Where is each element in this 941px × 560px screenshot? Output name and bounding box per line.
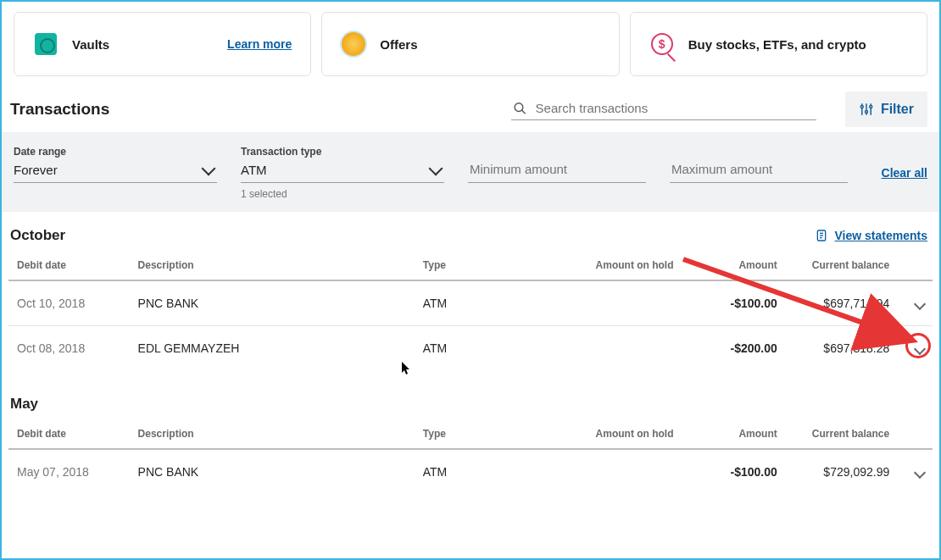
col-debit-date: Debit date [8,419,130,449]
card-vaults-title: Vaults [72,37,109,52]
minimum-amount-input[interactable] [468,161,646,177]
promo-card-stocks[interactable]: Buy stocks, ETFs, and crypto [630,12,927,76]
svg-point-5 [865,111,867,114]
transactions-table-october: Debit date Description Type Amount on ho… [8,251,933,370]
offers-icon [341,31,366,57]
sliders-icon [859,102,874,117]
col-amount-on-hold: Amount on hold [544,419,682,449]
table-row[interactable]: Oct 08, 2018 EDL GEMMAYZEH ATM -$200.00 … [8,326,933,371]
filter-transaction-type[interactable]: Transaction type ATM 1 selected [241,146,444,200]
vault-icon [33,31,58,57]
filter-bar: Date range Forever Transaction type ATM … [2,132,939,212]
col-description: Description [130,419,415,449]
col-type: Type [415,419,544,449]
col-amount-on-hold: Amount on hold [544,251,682,280]
search-field[interactable] [511,98,816,120]
table-row[interactable]: May 07, 2018 PNC BANK ATM -$100.00 $729,… [8,449,933,494]
transactions-table-may: Debit date Description Type Amount on ho… [8,419,933,494]
filter-max-amount[interactable] [670,146,848,183]
col-description: Description [130,251,415,280]
chevron-down-icon [429,161,443,175]
promo-card-offers[interactable]: Offers [321,12,619,76]
expand-row-button[interactable] [907,297,924,310]
card-stocks-title: Buy stocks, ETFs, and crypto [688,37,866,52]
chevron-down-icon [914,467,926,479]
filter-button-label: Filter [881,102,914,117]
stocks-icon [649,31,675,57]
maximum-amount-input[interactable] [670,161,848,177]
col-amount: Amount [682,419,786,449]
month-heading-october: October [10,227,65,244]
col-amount: Amount [682,251,786,280]
svg-point-7 [870,106,872,108]
vaults-learn-more-link[interactable]: Learn more [227,37,292,51]
page-title: Transactions [8,100,109,119]
filter-transaction-type-label: Transaction type [241,146,444,158]
chevron-down-icon [202,161,216,175]
month-heading-may: May [10,396,38,413]
clear-all-link[interactable]: Clear all [882,166,927,180]
expand-row-button[interactable] [907,341,924,355]
svg-line-1 [521,110,525,114]
filter-date-range[interactable]: Date range Forever [14,146,217,183]
document-icon [815,228,828,243]
chevron-down-icon [914,343,926,355]
filter-date-range-label: Date range [14,146,217,158]
filter-transaction-type-subtext: 1 selected [241,188,444,200]
filter-button[interactable]: Filter [845,91,927,127]
col-current-balance: Current balance [786,251,898,280]
search-icon [513,101,527,116]
view-statements-label: View statements [835,229,927,242]
svg-point-0 [515,103,523,111]
filter-min-amount[interactable] [468,146,646,183]
view-statements-link[interactable]: View statements [815,228,927,243]
col-current-balance: Current balance [786,419,898,449]
table-row[interactable]: Oct 10, 2018 PNC BANK ATM -$100.00 $697,… [8,280,933,326]
filter-date-range-value: Forever [14,163,58,177]
search-input[interactable] [534,100,815,116]
chevron-down-icon [914,298,926,310]
col-type: Type [415,251,544,280]
filter-transaction-type-value: ATM [241,163,267,177]
expand-row-button[interactable] [907,465,924,479]
promo-card-vaults[interactable]: Vaults Learn more [14,12,311,76]
col-debit-date: Debit date [8,251,130,280]
card-offers-title: Offers [380,37,417,52]
svg-point-3 [860,106,863,108]
